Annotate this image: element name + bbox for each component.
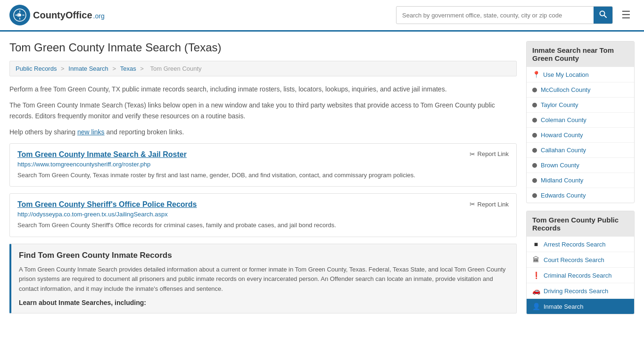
svg-point-1 bbox=[18, 14, 21, 16]
court-records-icon: 🏛 bbox=[532, 256, 540, 263]
court-records-link[interactable]: Court Records Search bbox=[544, 256, 604, 263]
intro-paragraph-2: The Tom Green County Inmate Search (Texa… bbox=[9, 100, 517, 121]
dot-icon-coleman bbox=[532, 118, 537, 123]
main-container: Tom Green County Inmate Search (Texas) P… bbox=[0, 32, 644, 331]
dot-icon-callahan bbox=[532, 148, 537, 153]
sidebar-public-records-section: Tom Green County Public Records ■ Arrest… bbox=[526, 211, 635, 314]
location-icon: 📍 bbox=[532, 71, 540, 78]
brown-county-link[interactable]: Brown County bbox=[541, 162, 579, 169]
sidebar-inmate-search[interactable]: 👤 Inmate Search bbox=[527, 299, 634, 314]
logo-name-text: CountyOffice bbox=[33, 10, 92, 21]
breadcrumb-inmate-search[interactable]: Inmate Search bbox=[68, 65, 108, 72]
dot-icon-midland bbox=[532, 178, 537, 183]
report-link-0-button[interactable]: ✂ Report Link bbox=[470, 150, 509, 158]
arrest-records-link[interactable]: Arrest Records Search bbox=[544, 241, 606, 248]
callahan-county-link[interactable]: Callahan County bbox=[541, 147, 586, 154]
site-header: CountyOffice .org ☰ bbox=[0, 0, 644, 32]
find-section: Find Tom Green County Inmate Records A T… bbox=[9, 244, 517, 313]
intro-paragraph-1: Perform a free Tom Green County, TX publ… bbox=[9, 84, 517, 94]
sidebar-nearby-heading: Inmate Search near Tom Green County bbox=[527, 41, 634, 67]
mcculloch-county-link[interactable]: McCulloch County bbox=[541, 86, 591, 93]
breadcrumb-sep-2: > bbox=[112, 65, 117, 72]
edwards-county-link[interactable]: Edwards County bbox=[541, 192, 586, 199]
new-links-link[interactable]: new links bbox=[77, 128, 105, 136]
sidebar-criminal-records[interactable]: ❗ Criminal Records Search bbox=[527, 268, 634, 283]
dot-icon-mcculloch bbox=[532, 88, 537, 92]
sidebar-nearby-section: Inmate Search near Tom Green County 📍 Us… bbox=[526, 41, 635, 203]
criminal-records-link[interactable]: Criminal Records Search bbox=[544, 272, 612, 279]
link-card-1-url[interactable]: http://odysseypa.co.tom-green.tx.us/Jail… bbox=[17, 211, 509, 218]
coleman-county-link[interactable]: Coleman County bbox=[541, 116, 586, 123]
link-card-0-desc: Search Tom Green County, Texas inmate ro… bbox=[17, 171, 509, 180]
report-link-1-button[interactable]: ✂ Report Link bbox=[470, 200, 509, 208]
link-card-1-desc: Search Tom Green County Sheriff's Office… bbox=[17, 221, 509, 230]
sidebar-item-coleman[interactable]: Coleman County bbox=[527, 113, 634, 128]
arrest-records-icon: ■ bbox=[532, 240, 540, 248]
dot-icon-edwards bbox=[532, 193, 537, 198]
inmate-search-link[interactable]: Inmate Search bbox=[544, 303, 584, 310]
sidebar-item-midland[interactable]: Midland County bbox=[527, 173, 634, 188]
search-button[interactable] bbox=[594, 7, 612, 24]
svg-line-3 bbox=[604, 16, 607, 18]
dot-icon-brown bbox=[532, 163, 537, 168]
dot-icon-taylor bbox=[532, 103, 537, 107]
breadcrumb-sep-3: > bbox=[140, 65, 145, 72]
logo-icon bbox=[9, 5, 30, 25]
sidebar: Inmate Search near Tom Green County 📍 Us… bbox=[526, 41, 635, 322]
intro-p3-prefix: Help others by sharing bbox=[9, 128, 77, 136]
sidebar-court-records[interactable]: 🏛 Court Records Search bbox=[527, 252, 634, 268]
sidebar-item-howard[interactable]: Howard County bbox=[527, 128, 634, 143]
search-bar[interactable] bbox=[396, 6, 613, 24]
scissors-icon-1: ✂ bbox=[470, 200, 475, 208]
dot-icon-howard bbox=[532, 133, 537, 138]
menu-button[interactable]: ☰ bbox=[618, 8, 635, 22]
sidebar-use-my-location[interactable]: 📍 Use My Location bbox=[527, 67, 634, 82]
scissors-icon-0: ✂ bbox=[470, 150, 475, 158]
use-my-location-link[interactable]: Use My Location bbox=[543, 71, 589, 78]
page-title: Tom Green County Inmate Search (Texas) bbox=[9, 41, 517, 54]
inmate-search-icon: 👤 bbox=[532, 303, 540, 310]
link-card-1: Tom Green County Sheriff's Office Police… bbox=[9, 193, 517, 237]
breadcrumb: Public Records > Inmate Search > Texas >… bbox=[9, 61, 517, 76]
breadcrumb-tom-green: Tom Green County bbox=[150, 65, 201, 72]
logo-org-text: .org bbox=[93, 12, 105, 20]
sidebar-driving-records[interactable]: 🚗 Driving Records Search bbox=[527, 283, 634, 299]
find-section-sub-heading: Learn about Inmate Searches, including: bbox=[19, 299, 509, 306]
driving-records-icon: 🚗 bbox=[532, 287, 540, 295]
intro-p3-suffix: and reporting broken links. bbox=[105, 128, 184, 136]
breadcrumb-sep-1: > bbox=[61, 65, 66, 72]
find-section-paragraph: A Tom Green County Inmate Search provide… bbox=[19, 265, 509, 294]
sidebar-item-mcculloch[interactable]: McCulloch County bbox=[527, 82, 634, 98]
report-link-0-label: Report Link bbox=[478, 150, 509, 157]
link-card-0-url[interactable]: https://www.tomgreencountysheriff.org/ro… bbox=[17, 161, 509, 168]
link-card-1-title[interactable]: Tom Green County Sheriff's Office Police… bbox=[17, 200, 197, 209]
find-section-heading: Find Tom Green County Inmate Records bbox=[19, 251, 509, 260]
link-card-0: Tom Green County Inmate Search & Jail Ro… bbox=[9, 143, 517, 187]
howard-county-link[interactable]: Howard County bbox=[541, 132, 583, 139]
intro-paragraph-3: Help others by sharing new links and rep… bbox=[9, 127, 517, 137]
midland-county-link[interactable]: Midland County bbox=[541, 177, 583, 184]
search-input[interactable] bbox=[396, 8, 594, 23]
logo-area[interactable]: CountyOffice .org bbox=[9, 5, 105, 25]
header-right: ☰ bbox=[396, 6, 635, 24]
sidebar-arrest-records[interactable]: ■ Arrest Records Search bbox=[527, 237, 634, 252]
driving-records-link[interactable]: Driving Records Search bbox=[544, 288, 608, 295]
report-link-1-label: Report Link bbox=[478, 201, 509, 208]
sidebar-item-callahan[interactable]: Callahan County bbox=[527, 143, 634, 158]
sidebar-item-edwards[interactable]: Edwards County bbox=[527, 188, 634, 203]
link-card-0-title[interactable]: Tom Green County Inmate Search & Jail Ro… bbox=[17, 150, 187, 159]
taylor-county-link[interactable]: Taylor County bbox=[541, 101, 578, 108]
main-content: Tom Green County Inmate Search (Texas) P… bbox=[9, 41, 517, 322]
sidebar-item-taylor[interactable]: Taylor County bbox=[527, 98, 634, 113]
breadcrumb-public-records[interactable]: Public Records bbox=[16, 65, 57, 72]
sidebar-item-brown[interactable]: Brown County bbox=[527, 158, 634, 173]
breadcrumb-texas[interactable]: Texas bbox=[120, 65, 136, 72]
sidebar-public-records-heading: Tom Green County Public Records bbox=[527, 211, 634, 237]
criminal-records-icon: ❗ bbox=[532, 272, 540, 279]
